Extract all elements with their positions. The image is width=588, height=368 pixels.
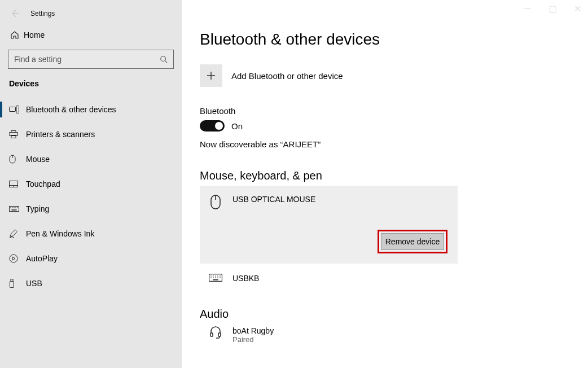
svg-rect-36 <box>218 333 221 336</box>
page-title: Bluetooth & other devices <box>200 30 588 49</box>
svg-rect-19 <box>11 279 13 282</box>
nav-label: USB <box>26 279 42 288</box>
keyboard-icon <box>208 274 223 282</box>
bluetooth-toggle[interactable] <box>200 120 225 132</box>
svg-point-29 <box>210 277 212 278</box>
autoplay-icon <box>9 254 26 263</box>
settings-content: Bluetooth & other devices Add Bluetooth … <box>182 0 588 368</box>
back-button[interactable] <box>7 6 23 21</box>
sidebar-home-label: Home <box>24 30 45 40</box>
section-audio: Audio <box>200 308 588 321</box>
svg-rect-35 <box>210 333 213 336</box>
search-input[interactable] <box>14 55 160 64</box>
pen-icon <box>9 229 26 238</box>
titlebar: Settings <box>0 5 182 23</box>
mouse-icon <box>9 155 26 164</box>
printer-icon <box>9 130 26 138</box>
add-device-row[interactable]: Add Bluetooth or other device <box>200 64 588 87</box>
nav-touchpad[interactable]: Touchpad <box>0 172 182 196</box>
remove-highlight: Remove device <box>378 230 447 253</box>
svg-rect-34 <box>213 279 218 281</box>
settings-sidebar: Settings Home Devices Bluetooth & other … <box>0 0 182 368</box>
svg-rect-1 <box>10 107 16 112</box>
svg-point-32 <box>217 277 218 278</box>
bluetooth-state: On <box>231 121 243 131</box>
device-status: Paired <box>232 335 274 344</box>
nav-label: Printers & scanners <box>26 130 95 139</box>
nav-pen[interactable]: Pen & Windows Ink <box>0 221 182 246</box>
svg-point-18 <box>10 255 17 262</box>
svg-point-27 <box>217 275 218 277</box>
app-title: Settings <box>30 10 55 17</box>
search-icon <box>160 55 168 63</box>
sidebar-category: Devices <box>0 79 182 97</box>
device-row-audio[interactable]: boAt Rugby Paired <box>200 324 458 355</box>
nav-mouse[interactable]: Mouse <box>0 147 182 172</box>
svg-rect-20 <box>10 282 14 288</box>
device-name: boAt Rugby <box>232 326 274 335</box>
svg-point-25 <box>213 275 214 277</box>
svg-point-31 <box>215 277 216 278</box>
device-card-mouse[interactable]: USB OPTICAL MOUSE Remove device <box>200 186 458 264</box>
svg-rect-2 <box>16 106 19 113</box>
remove-device-button[interactable]: Remove device <box>381 233 444 250</box>
svg-point-30 <box>213 277 214 278</box>
minimize-button[interactable]: ─ <box>523 3 533 14</box>
nav-label: AutoPlay <box>26 254 58 263</box>
maximize-button[interactable]: ▢ <box>547 3 558 14</box>
usb-icon <box>9 279 26 288</box>
headset-icon <box>208 326 223 339</box>
window-controls: ─ ▢ ✕ <box>523 3 582 14</box>
device-row-keyboard[interactable]: USBKB <box>200 271 458 294</box>
close-button[interactable]: ✕ <box>572 3 582 14</box>
nav-label: Mouse <box>26 155 50 164</box>
arrow-left-icon <box>10 9 19 18</box>
nav-autoplay[interactable]: AutoPlay <box>0 246 182 271</box>
section-mouse-keyboard: Mouse, keyboard, & pen <box>200 169 588 182</box>
svg-rect-11 <box>10 207 19 212</box>
nav-usb[interactable]: USB <box>0 271 182 296</box>
svg-point-33 <box>220 277 221 278</box>
nav-label: Typing <box>26 204 49 213</box>
sidebar-search[interactable] <box>8 50 174 69</box>
nav-label: Bluetooth & other devices <box>26 105 116 114</box>
svg-point-24 <box>210 275 212 277</box>
discoverable-text: Now discoverable as “ARIJEET” <box>200 139 588 149</box>
add-device-button[interactable] <box>200 64 222 87</box>
keyboard-icon <box>9 206 26 212</box>
nav-label: Pen & Windows Ink <box>26 229 94 238</box>
svg-point-0 <box>161 56 166 62</box>
plus-icon <box>206 71 216 81</box>
touchpad-icon <box>9 181 26 187</box>
mouse-icon <box>208 195 223 209</box>
device-name: USB OPTICAL MOUSE <box>232 195 315 204</box>
bluetooth-label: Bluetooth <box>200 106 588 116</box>
svg-point-26 <box>215 275 216 277</box>
nav-bluetooth[interactable]: Bluetooth & other devices <box>0 97 182 122</box>
nav-label: Touchpad <box>26 179 60 189</box>
devices-icon <box>9 106 26 113</box>
add-device-label: Add Bluetooth or other device <box>231 71 343 81</box>
home-icon <box>10 30 24 40</box>
nav-printers[interactable]: Printers & scanners <box>0 122 182 147</box>
device-name: USBKB <box>232 274 259 283</box>
svg-point-28 <box>220 275 221 277</box>
nav-typing[interactable]: Typing <box>0 196 182 221</box>
sidebar-home[interactable]: Home <box>0 23 182 47</box>
